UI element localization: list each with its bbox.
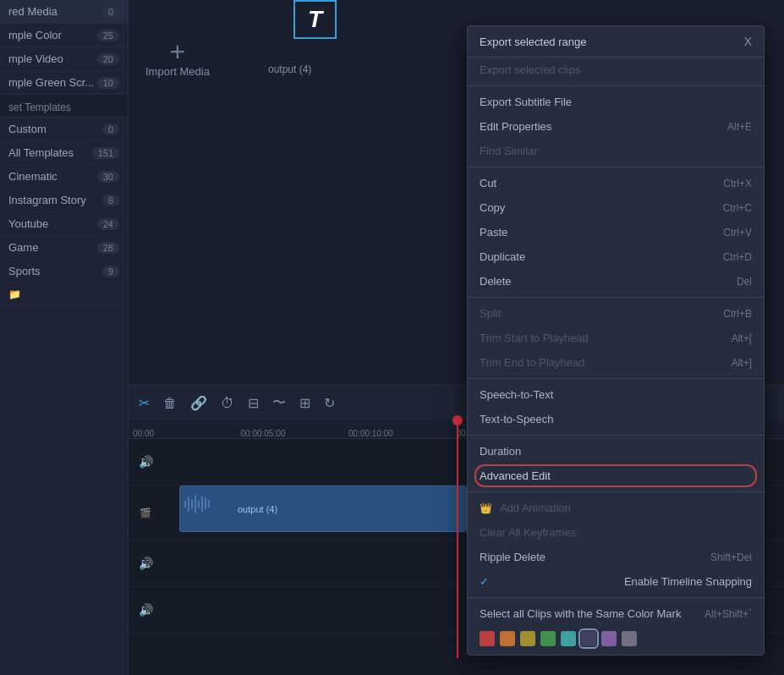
sidebar-item-red-media[interactable]: red Media 0 — [0, 0, 128, 24]
track-clip-label: output (4) — [238, 504, 277, 514]
context-menu-item-cut[interactable]: Cut Ctrl+X — [468, 171, 764, 195]
playhead-handle[interactable] — [452, 415, 463, 425]
separator-7 — [468, 597, 764, 598]
color-marks-row — [468, 626, 764, 655]
unlink-icon[interactable]: 🔗 — [190, 395, 207, 411]
separator-3 — [468, 297, 764, 298]
main-area: + Import Media output (4) T ▶ ■ ✂ 🗑 🔗 ⏱ … — [129, 0, 784, 675]
color-mark-orange[interactable] — [500, 631, 515, 646]
folder-icon: 📁 — [8, 288, 21, 300]
context-menu-item-duration[interactable]: Duration — [468, 439, 764, 464]
waveform-lines — [184, 493, 210, 514]
context-menu-item-enable-snapping[interactable]: Enable Timeline Snapping — [468, 569, 764, 594]
context-menu-item-split[interactable]: Split Ctrl+B — [468, 301, 764, 326]
text-element[interactable]: T — [293, 0, 337, 39]
color-mark-teal[interactable] — [561, 631, 576, 646]
grid-icon[interactable]: ⊞ — [299, 395, 310, 411]
context-menu-title: Export selected range — [480, 36, 586, 48]
context-menu-item-ripple-delete[interactable]: Ripple Delete Shift+Del — [468, 545, 764, 569]
clock-icon[interactable]: ⏱ — [221, 396, 234, 411]
track-audio2-icon: 🔊 — [129, 557, 162, 570]
sidebar-item-color[interactable]: mple Color 25 — [0, 24, 128, 47]
context-menu-item-trim-end[interactable]: Trim End to Playhead Alt+] — [468, 350, 764, 375]
trash-icon[interactable]: 🗑 — [163, 396, 177, 411]
sliders-icon[interactable]: ⊟ — [248, 395, 259, 411]
context-menu-header: Export selected range X — [468, 26, 764, 58]
separator-5 — [468, 435, 764, 436]
context-menu-close-button[interactable]: X — [744, 35, 752, 48]
sidebar-item-folder[interactable]: 📁 — [0, 283, 128, 306]
track-audio-icon: 🔊 — [129, 455, 162, 469]
context-menu-item-advanced-edit[interactable]: Advanced Edit — [468, 464, 764, 488]
context-menu-item-export-clips[interactable]: Export selected clips — [468, 58, 764, 82]
separator-6 — [468, 491, 764, 492]
context-menu-item-export-subtitle[interactable]: Export Subtitle File — [468, 90, 764, 114]
context-menu-item-speech-to-text[interactable]: Speech-to-Text — [468, 382, 764, 407]
context-menu-item-find-similar[interactable]: Find Similar — [468, 139, 764, 163]
waveform-icon[interactable]: 〜 — [272, 394, 286, 412]
color-mark-yellow[interactable] — [520, 631, 535, 646]
context-menu-item-copy[interactable]: Copy Ctrl+C — [468, 195, 764, 220]
sidebar-item-cinematic[interactable]: Cinematic 30 — [0, 165, 128, 189]
color-mark-red[interactable] — [480, 631, 495, 646]
context-menu-item-add-animation[interactable]: 👑 Add Animation — [468, 496, 764, 520]
separator-1 — [468, 85, 764, 86]
color-mark-gray[interactable] — [622, 631, 637, 646]
sidebar-section-templates: set Templates — [0, 95, 128, 118]
context-menu-item-trim-start[interactable]: Trim Start to Playhead Alt+[ — [468, 326, 764, 350]
context-menu-item-select-same-color[interactable]: Select all Clips with the Same Color Mar… — [468, 601, 764, 626]
sidebar-item-instagram[interactable]: Instagram Story 8 — [0, 189, 128, 212]
context-menu-item-delete[interactable]: Delete Del — [468, 269, 764, 294]
sidebar: red Media 0 mple Color 25 mple Video 20 … — [0, 0, 129, 675]
refresh-icon[interactable]: ↻ — [324, 395, 335, 411]
sidebar-item-all-templates[interactable]: All Templates 151 — [0, 141, 128, 165]
output-label: output (4) — [268, 63, 311, 75]
context-menu-item-paste[interactable]: Paste Ctrl+V — [468, 220, 764, 244]
sidebar-item-green-screen[interactable]: mple Green Scr... 10 — [0, 71, 128, 95]
sidebar-item-video[interactable]: mple Video 20 — [0, 47, 128, 71]
sidebar-item-youtube[interactable]: Youtube 24 — [0, 212, 128, 236]
plus-icon: + — [170, 38, 186, 65]
context-menu-item-duplicate[interactable]: Duplicate Ctrl+D — [468, 244, 764, 269]
crown-icon: 👑 — [480, 502, 492, 514]
color-mark-purple[interactable] — [601, 631, 617, 646]
track-main-icon: 🎬 — [129, 508, 162, 519]
playhead[interactable] — [457, 420, 458, 658]
track-clip-main[interactable]: output (4) — [179, 486, 467, 532]
sidebar-item-game[interactable]: Game 28 — [0, 236, 128, 260]
context-menu-item-clear-keyframes[interactable]: Clear All Keyframes — [468, 520, 764, 545]
scissors-icon[interactable]: ✂ — [139, 395, 150, 411]
sidebar-item-custom[interactable]: Custom 0 — [0, 118, 128, 141]
context-menu-item-edit-properties[interactable]: Edit Properties Alt+E — [468, 114, 764, 139]
track-audio3-icon: 🔊 — [129, 603, 162, 617]
separator-4 — [468, 378, 764, 379]
separator-2 — [468, 167, 764, 167]
context-menu: Export selected range X Export selected … — [467, 25, 765, 656]
sidebar-item-sports[interactable]: Sports 9 — [0, 260, 128, 283]
context-menu-item-text-to-speech[interactable]: Text-to-Speech — [468, 407, 764, 431]
color-mark-dark-blue[interactable] — [581, 631, 596, 646]
import-media-button[interactable]: + Import Media — [145, 38, 210, 78]
color-mark-green[interactable] — [540, 631, 556, 646]
